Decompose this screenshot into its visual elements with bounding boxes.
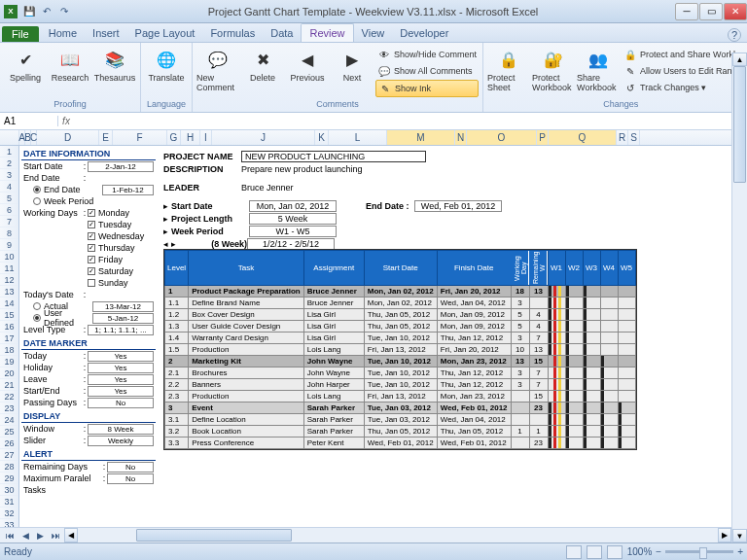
cell-start[interactable]: Thu, Jan 05, 2012 (364, 426, 437, 438)
col-i[interactable]: I (200, 130, 212, 145)
cell-wd[interactable]: 3 (511, 368, 529, 379)
cell-rw[interactable]: 7 (529, 332, 548, 344)
cell-wd[interactable]: 13 (511, 356, 529, 368)
cell-finish[interactable]: Wed, Feb 01, 2012 (437, 438, 511, 449)
cell-assign[interactable]: Bruce Jenner (303, 286, 364, 298)
row-14[interactable]: 14 (0, 298, 18, 309)
gantt-cell[interactable] (565, 426, 583, 438)
table-row[interactable]: 2.3ProductionLois LangFri, Jan 13, 2012M… (165, 391, 636, 402)
tuesday-checkbox[interactable]: ✓ (88, 221, 95, 228)
cell-rw[interactable]: 13 (529, 286, 548, 298)
cell-finish[interactable]: Thu, Jan 12, 2012 (437, 379, 511, 391)
sheet-nav-last[interactable]: ⏭ (48, 530, 64, 542)
project-name[interactable]: NEW PRODUCT LAUNCHING (241, 151, 426, 162)
th-assignment[interactable]: Assignment (303, 251, 364, 286)
col-n[interactable]: N (455, 130, 467, 145)
row-17[interactable]: 17 (0, 332, 18, 344)
gantt-cell[interactable] (565, 356, 583, 368)
cell-start[interactable]: Tue, Jan 03, 2012 (364, 414, 437, 426)
th-w2[interactable]: W2 (565, 251, 583, 286)
table-row[interactable]: 3.2Book LocationSarah ParkerThu, Jan 05,… (165, 426, 636, 438)
name-box[interactable]: A1 (0, 116, 58, 126)
th-workingday[interactable]: Working Day (511, 251, 529, 286)
row-20[interactable]: 20 (0, 368, 18, 379)
table-row[interactable]: 3.1Define LocationSarah ParkerTue, Jan 0… (165, 414, 636, 426)
cell-assign[interactable]: Lisa Girl (303, 321, 364, 332)
gantt-cell[interactable] (600, 298, 618, 309)
cell-assign[interactable]: John Harper (303, 379, 364, 391)
gantt-cell[interactable] (600, 356, 618, 368)
row-4[interactable]: 4 (0, 181, 18, 192)
cell-finish[interactable]: Wed, Jan 04, 2012 (437, 414, 511, 426)
today-marker[interactable]: Yes (88, 351, 154, 362)
show-hide-comment-button[interactable]: 👁Show/Hide Comment (375, 47, 479, 62)
cell-rw[interactable] (529, 298, 548, 309)
window-value[interactable]: 8 Week (88, 424, 154, 435)
cell-start[interactable]: Tue, Jan 10, 2012 (364, 379, 437, 391)
cell-assign[interactable]: Lisa Girl (303, 332, 364, 344)
gantt-cell[interactable] (600, 332, 618, 344)
horizontal-scrollbar[interactable]: ⏮ ◀ ▶ ⏭ ◀ ▶ (0, 527, 731, 542)
row-1[interactable]: 1 (0, 146, 18, 158)
gantt-cell[interactable] (583, 391, 600, 402)
gantt-cell[interactable] (618, 426, 635, 438)
gantt-cell[interactable] (583, 438, 600, 449)
row-23[interactable]: 23 (0, 402, 18, 414)
view-layout-icon[interactable] (587, 545, 602, 559)
gantt-cell[interactable] (548, 344, 565, 356)
row-21[interactable]: 21 (0, 379, 18, 391)
cell-lvl[interactable]: 2.1 (165, 368, 189, 379)
gantt-cell[interactable] (600, 391, 618, 402)
startend-marker[interactable]: Yes (88, 386, 154, 397)
enddate-value[interactable]: 1-Feb-12 (102, 185, 154, 195)
cell-finish[interactable]: Mon, Jan 09, 2012 (437, 309, 511, 321)
gantt-cell[interactable] (583, 414, 600, 426)
spelling-button[interactable]: ✔Spelling (4, 45, 47, 98)
view-pagebreak-icon[interactable] (607, 545, 622, 559)
gantt-cell[interactable] (565, 379, 583, 391)
cell-lvl[interactable]: 1.1 (165, 298, 189, 309)
row-6[interactable]: 6 (0, 204, 18, 216)
scroll-up-icon[interactable]: ▲ (732, 52, 747, 66)
project-leader[interactable]: Bruce Jenner (241, 183, 397, 192)
gantt-cell[interactable] (618, 309, 635, 321)
delete-comment-button[interactable]: ✖Delete (241, 45, 284, 98)
table-row[interactable]: 3EventSarah ParkerTue, Jan 03, 2012Wed, … (165, 402, 636, 414)
row-2[interactable]: 2 (0, 158, 18, 169)
cell-wd[interactable]: 5 (511, 309, 529, 321)
sunday-checkbox[interactable] (88, 279, 95, 287)
col-s[interactable]: S (628, 130, 640, 145)
zoom-slider[interactable] (665, 550, 733, 553)
gantt-cell[interactable] (548, 379, 565, 391)
gantt-cell[interactable] (600, 286, 618, 298)
tab-data[interactable]: Data (263, 24, 301, 42)
gantt-cell[interactable] (618, 321, 635, 332)
userdef-date[interactable]: 5-Jan-12 (92, 313, 154, 324)
cell-finish[interactable]: Wed, Jan 04, 2012 (437, 298, 511, 309)
tab-insert[interactable]: Insert (85, 24, 127, 42)
gantt-cell[interactable] (618, 414, 635, 426)
close-button[interactable]: ✕ (724, 3, 747, 20)
show-all-comments-button[interactable]: 💬Show All Comments (375, 63, 479, 79)
col-o[interactable]: O (467, 130, 537, 145)
cell-wd[interactable]: 1 (511, 426, 529, 438)
leveltype-value[interactable]: 1; 1.1; 1.1.1; ... (88, 325, 154, 335)
cell-assign[interactable]: John Wayne (303, 356, 364, 368)
show-ink-button[interactable]: ✎Show Ink (375, 80, 479, 97)
cell-start[interactable]: Tue, Jan 10, 2012 (364, 332, 437, 344)
col-h[interactable]: H (181, 130, 200, 145)
gantt-cell[interactable] (548, 332, 565, 344)
cell-lvl[interactable]: 2.2 (165, 379, 189, 391)
tab-formulas[interactable]: Formulas (202, 24, 263, 42)
gantt-cell[interactable] (600, 414, 618, 426)
thesaurus-button[interactable]: 📚Thesaurus (93, 45, 136, 98)
th-task[interactable]: Task (189, 251, 304, 286)
cell-wd[interactable]: 3 (511, 332, 529, 344)
fx-icon[interactable]: fx (58, 116, 74, 126)
cell-rw[interactable]: 1 (529, 426, 548, 438)
cell-assign[interactable]: Sarah Parker (303, 414, 364, 426)
cell-task[interactable]: Event (189, 402, 304, 414)
col-e[interactable]: E (99, 130, 113, 145)
tab-home[interactable]: Home (41, 24, 85, 42)
saturday-checkbox[interactable]: ✓ (88, 267, 95, 275)
